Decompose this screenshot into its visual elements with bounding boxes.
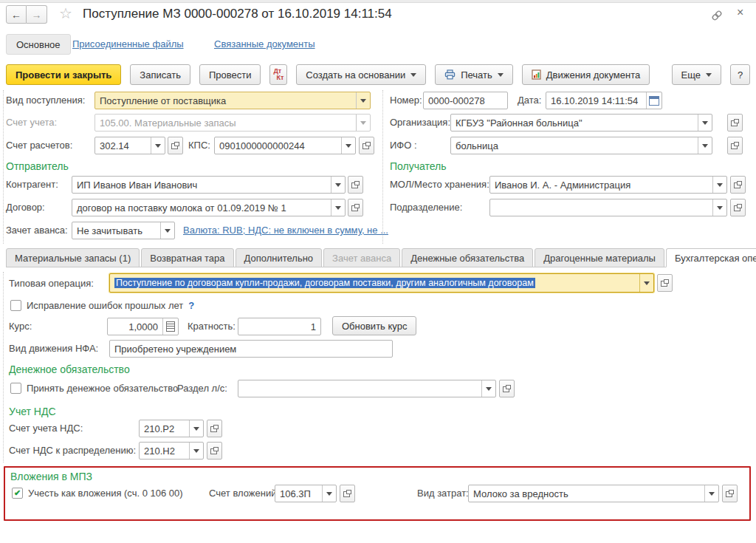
chevron-down-icon[interactable] (356, 92, 370, 109)
document-movements-button[interactable]: Движения документа (522, 64, 650, 85)
multiplicity-value: 1 (238, 318, 320, 335)
cost-type-combo[interactable]: Молоко за вредность (468, 485, 719, 502)
chevron-down-icon[interactable] (698, 115, 712, 131)
vat-distribution-combo[interactable]: 210.Н2 (139, 442, 204, 460)
tab-material-stocks[interactable]: Материальные запасы (1) (6, 248, 140, 267)
investment-account-open-button[interactable] (340, 485, 355, 502)
related-documents-link[interactable]: Связанные документы (214, 38, 315, 49)
multiplicity-input[interactable]: 1 (238, 318, 321, 335)
accept-obligation-checkbox[interactable] (10, 383, 21, 394)
sender-section-title: Отправитель (6, 160, 69, 172)
back-button[interactable]: ← (6, 5, 27, 24)
chevron-down-icon[interactable] (704, 485, 718, 502)
department-open-button[interactable] (730, 199, 746, 216)
chevron-down-icon[interactable] (160, 222, 174, 239)
chevron-down-icon[interactable] (712, 199, 726, 216)
ifo-combo[interactable]: больница (450, 137, 712, 154)
receipt-type-combo[interactable]: Поступление от поставщика (94, 92, 371, 109)
post-button[interactable]: Провести (199, 64, 261, 85)
post-and-close-label: Провести и закрыть (16, 69, 111, 81)
create-based-on-button[interactable]: Создать на основании (296, 64, 426, 85)
contract-open-button[interactable] (348, 199, 363, 216)
tab-monetary-obligations[interactable]: Денежные обязательства (402, 248, 533, 267)
chevron-down-icon[interactable] (322, 485, 336, 502)
get-link-icon[interactable] (710, 9, 724, 22)
favorite-star-icon[interactable]: ☆ (59, 4, 72, 22)
department-combo[interactable] (489, 199, 727, 216)
mol-label: МОЛ/Место хранения: (390, 176, 489, 194)
number-input[interactable]: 0000-000278 (423, 92, 508, 109)
mpz-section-title: Вложения в МПЗ (10, 471, 92, 482)
chevron-down-icon (356, 115, 370, 131)
currency-vat-link[interactable]: Валюта: RUB; НДС: не включен в сумму, не… (183, 225, 388, 236)
tab-precious-materials[interactable]: Драгоценные материалы (535, 248, 664, 267)
advance-offset-combo[interactable]: Не зачитывать (72, 222, 175, 239)
chevron-down-icon[interactable] (331, 177, 345, 193)
typical-operation-combo[interactable]: Поступление по договорам купли-продажи, … (109, 273, 654, 293)
receipt-type-value: Поступление от поставщика (95, 92, 356, 109)
error-fix-checkbox[interactable] (10, 300, 21, 311)
close-icon[interactable]: × (737, 6, 743, 19)
chevron-down-icon[interactable] (331, 199, 345, 216)
chevron-down-icon[interactable] (639, 274, 653, 292)
vat-account-combo[interactable]: 210.Р2 (139, 420, 204, 437)
contract-combo[interactable]: договор на поставку молока от 01.09.2019… (72, 199, 346, 216)
chevron-down-icon[interactable] (341, 137, 355, 154)
tab-additional[interactable]: Дополнительно (236, 248, 323, 267)
nfa-movement-input[interactable]: Приобретено учреждением (109, 340, 393, 358)
help-button[interactable]: ? (730, 64, 750, 85)
tab-accounting-operation[interactable]: Бухгалтерская операция (666, 248, 756, 267)
mol-open-button[interactable] (730, 176, 746, 194)
rate-input[interactable]: 1,0000 (107, 318, 179, 335)
more-button[interactable]: Еще (672, 64, 721, 85)
chevron-down-icon[interactable] (712, 177, 726, 193)
ls-section-combo[interactable] (238, 380, 496, 397)
tab-label: Возвратная тара (150, 253, 224, 264)
chevron-down-icon (410, 73, 416, 77)
toolbar: Провести и закрыть Записать Провести ДтК… (6, 64, 750, 86)
date-input[interactable]: 16.10.2019 14:11:54 (546, 92, 662, 109)
document-title: Поступление МЗ 0000-000278 от 16.10.2019… (83, 7, 392, 21)
save-button[interactable]: Записать (130, 64, 190, 85)
vat-distribution-open-button[interactable] (207, 442, 222, 460)
print-label: Печать (461, 69, 492, 81)
settlement-account-combo[interactable]: 302.14 (94, 137, 165, 154)
organization-combo[interactable]: КГБУЗ "Районная больница" (450, 114, 712, 132)
advance-offset-label: Зачет аванса: (6, 222, 68, 239)
ls-section-open-button[interactable] (499, 380, 515, 397)
investment-account-combo[interactable]: 106.3П (275, 485, 337, 502)
open-icon (343, 490, 351, 497)
dtkt-button[interactable]: ДтКт (269, 64, 287, 85)
calendar-icon[interactable] (646, 92, 662, 109)
organization-value: КГБУЗ "Районная больница" (451, 115, 698, 131)
tab-main[interactable]: Основное (6, 34, 71, 55)
help-question-icon[interactable]: ? (188, 300, 194, 311)
attached-files-link[interactable]: Присоединенные файлы (72, 38, 184, 49)
chevron-down-icon[interactable] (189, 420, 203, 437)
organization-open-button[interactable] (727, 114, 743, 132)
update-rate-button[interactable]: Обновить курс (332, 316, 416, 335)
kps-combo[interactable]: 0901000000000244 (214, 137, 356, 154)
mol-combo[interactable]: Иванов И. А. - Администрация (489, 176, 727, 194)
column-splitter (382, 90, 383, 244)
tab-returnable-packaging[interactable]: Возвратная тара (141, 248, 233, 267)
post-and-close-button[interactable]: Провести и закрыть (6, 64, 121, 85)
settlement-account-open-button[interactable] (168, 137, 183, 154)
counterparty-open-button[interactable] (348, 176, 363, 194)
open-icon (210, 425, 219, 432)
typical-operation-open-button[interactable] (657, 274, 673, 292)
counterparty-combo[interactable]: ИП Иванов Иван Иванович (72, 176, 346, 194)
cost-type-open-button[interactable] (722, 485, 738, 502)
chevron-down-icon[interactable] (481, 380, 495, 397)
ifo-open-button[interactable] (727, 137, 743, 154)
chevron-down-icon[interactable] (151, 137, 165, 154)
chevron-down-icon[interactable] (698, 137, 712, 154)
kps-open-button[interactable] (359, 137, 374, 154)
rate-value: 1,0000 (108, 318, 162, 335)
vat-account-open-button[interactable] (207, 420, 222, 437)
calculator-icon[interactable] (162, 318, 178, 335)
include-investment-checkbox[interactable]: ✔ (12, 488, 23, 499)
print-button[interactable]: Печать (435, 64, 513, 85)
forward-button[interactable]: → (27, 5, 47, 24)
chevron-down-icon[interactable] (189, 443, 203, 459)
